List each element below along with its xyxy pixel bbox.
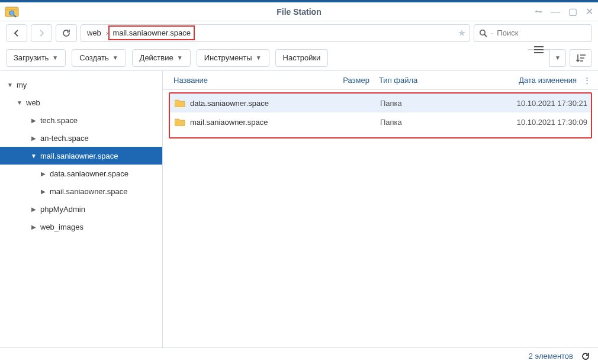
sort-icon (576, 54, 586, 62)
table-row[interactable]: mail.saniaowner.spaceПапка10.10.2021 17:… (170, 112, 591, 131)
chevron-right-icon[interactable]: ▶ (30, 224, 38, 230)
row-date: 10.10.2021 17:30:09 (469, 118, 587, 127)
chevron-down-icon[interactable]: ▼ (6, 82, 14, 88)
chevron-down-icon[interactable]: ▼ (15, 99, 24, 106)
app-icon (5, 5, 19, 19)
row-name: data.saniaowner.space (190, 99, 327, 108)
content-pane: Название Размер Тип файла Дата изменения… (163, 71, 598, 347)
chevron-right-icon[interactable]: ▶ (30, 135, 38, 141)
row-date: 10.10.2021 17:30:21 (469, 99, 587, 108)
create-label: Создать (79, 53, 108, 62)
sort-button[interactable] (570, 49, 592, 67)
tree-item[interactable]: ▼web (0, 94, 162, 111)
chevron-right-icon[interactable]: ▶ (30, 117, 38, 124)
tree-item-label: my (17, 80, 27, 89)
svg-point-2 (9, 11, 14, 15)
chevron-right-icon[interactable]: ▶ (30, 206, 38, 212)
svg-line-5 (484, 34, 487, 37)
chevron-down-icon: ▼ (52, 54, 58, 61)
create-button[interactable]: Создать ▼ (72, 49, 126, 67)
search-icon (479, 29, 487, 37)
settings-label: Настройки (283, 53, 321, 62)
svg-point-4 (480, 30, 485, 34)
col-name-header[interactable]: Название (169, 76, 321, 85)
folder-icon (175, 99, 185, 107)
upload-label: Загрузить (14, 53, 49, 62)
tree-item[interactable]: ▶data.saniaowner.space (0, 165, 162, 182)
favorite-icon[interactable]: ★ (458, 27, 466, 38)
folder-icon (175, 118, 185, 126)
col-size-header[interactable]: Размер (321, 76, 374, 85)
address-bar[interactable]: web › mail.saniaowner.space ★ (81, 24, 470, 42)
tree-item-label: tech.space (40, 116, 78, 125)
maximize-icon[interactable]: ▢ (568, 7, 577, 17)
close-icon[interactable]: ✕ (586, 7, 593, 17)
tree-item-label: web_images (40, 223, 83, 231)
tree-item[interactable]: ▶mail.saniaowner.space (0, 182, 162, 200)
tree-item-label: mail.saniaowner.space (50, 187, 128, 196)
back-button[interactable] (6, 24, 27, 42)
tree-item-label: mail.saniaowner.space (40, 152, 118, 160)
tree-item-label: data.saniaowner.space (50, 169, 128, 178)
settings-button[interactable]: Настройки (275, 49, 329, 67)
chevron-down-icon: ▼ (177, 54, 183, 61)
view-mode-dropdown[interactable]: ▼ (549, 49, 566, 67)
col-type-header[interactable]: Тип файла (374, 76, 463, 85)
reload-button[interactable] (56, 24, 77, 42)
sidebar-tree: ▼my▼web▶tech.space▶an-tech.space▼mail.sa… (0, 71, 163, 347)
chevron-down-icon[interactable]: ▼ (30, 153, 38, 159)
svg-rect-1 (5, 9, 18, 10)
tree-item[interactable]: ▶tech.space (0, 111, 162, 129)
window-title: File Station (0, 7, 598, 17)
columns-menu-icon[interactable]: ⋮ (581, 76, 592, 85)
chevron-right-icon[interactable]: ▶ (39, 170, 47, 177)
table-row[interactable]: data.saniaowner.spaceПапка10.10.2021 17:… (170, 94, 591, 112)
tools-label: Инструменты (204, 53, 252, 62)
breadcrumb[interactable]: mail.saniaowner.space (110, 27, 193, 38)
tree-item[interactable]: ▶phpMyAdmin (0, 200, 162, 218)
tree-item[interactable]: ▶web_images (0, 218, 162, 236)
chevron-right-icon: › (104, 28, 111, 37)
main-area: ▼my▼web▶tech.space▶an-tech.space▼mail.sa… (0, 71, 598, 347)
search-box[interactable]: - (474, 24, 592, 42)
chevron-down-icon: ▼ (256, 54, 262, 61)
file-list: data.saniaowner.spaceПапка10.10.2021 17:… (169, 92, 592, 138)
forward-button[interactable] (31, 24, 52, 42)
minimize-icon[interactable]: — (551, 7, 560, 17)
pin-icon[interactable]: ⥊ (535, 7, 542, 17)
upload-button[interactable]: Загрузить ▼ (6, 49, 66, 67)
table-header: Название Размер Тип файла Дата изменения… (163, 71, 598, 90)
tree-item[interactable]: ▼my (0, 76, 162, 94)
search-input[interactable] (497, 28, 587, 37)
tree-item-label: an-tech.space (40, 134, 89, 143)
chevron-down-icon: ▼ (555, 54, 561, 61)
item-count: 2 элементов (529, 352, 573, 360)
tree-item[interactable]: ▶an-tech.space (0, 129, 162, 147)
chevron-right-icon[interactable]: ▶ (39, 188, 47, 195)
tree-item[interactable]: ▼mail.saniaowner.space (0, 147, 162, 165)
titlebar: File Station ⥊ — ▢ ✕ (0, 0, 598, 21)
action-label: Действие (140, 53, 173, 62)
view-mode-button[interactable] (528, 49, 549, 50)
row-type: Папка (380, 99, 469, 108)
action-button[interactable]: Действие ▼ (132, 49, 191, 67)
list-icon (534, 46, 544, 53)
tree-item-label: web (26, 98, 40, 107)
chevron-down-icon: ▼ (112, 54, 118, 61)
statusbar: 2 элементов (0, 347, 598, 364)
tree-item-label: phpMyAdmin (40, 205, 85, 214)
col-date-header[interactable]: Дата изменения (463, 76, 581, 85)
tools-button[interactable]: Инструменты ▼ (197, 49, 269, 67)
toolbar: Загрузить ▼ Создать ▼ Действие ▼ Инструм… (0, 45, 598, 71)
breadcrumb[interactable]: web (85, 27, 104, 38)
navbar: web › mail.saniaowner.space ★ - (0, 21, 598, 45)
row-type: Папка (380, 118, 469, 127)
row-name: mail.saniaowner.space (190, 118, 327, 127)
refresh-icon[interactable] (581, 352, 590, 360)
